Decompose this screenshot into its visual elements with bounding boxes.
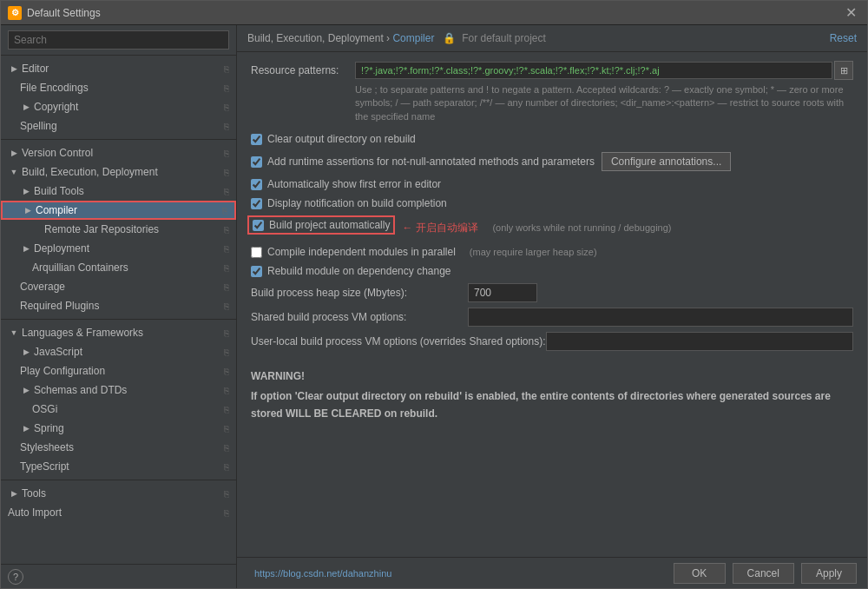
resource-patterns-input[interactable]: [355, 62, 832, 79]
build-automatically-label: Build project automatically: [269, 219, 390, 231]
sidebar-item-build-tools[interactable]: ▶ Build Tools ⎘: [1, 182, 236, 201]
sidebar-item-required-plugins[interactable]: Required Plugins ⎘: [1, 296, 236, 315]
clear-output-checkbox[interactable]: [251, 134, 262, 145]
breadcrumb-build: Build, Execution, Deployment: [247, 32, 384, 44]
ok-button[interactable]: OK: [674, 563, 726, 584]
resource-browse-button[interactable]: ⊞: [834, 61, 853, 80]
add-runtime-row: Add runtime assertions for not-null-anno…: [251, 151, 853, 172]
add-runtime-label: Add runtime assertions for not-null-anno…: [267, 156, 595, 168]
sidebar-item-version-control[interactable]: ▶ Version Control ⎘: [1, 143, 236, 162]
sidebar-item-label: Languages & Frameworks: [22, 327, 143, 339]
copy-icon: ⎘: [224, 508, 229, 518]
copy-icon: ⎘: [224, 225, 229, 235]
sidebar-item-editor[interactable]: ▶ Editor ⎘: [1, 59, 236, 78]
sidebar-item-build-execution-deployment[interactable]: ▼ Build, Execution, Deployment ⎘: [1, 162, 236, 182]
sidebar-item-label: Build Tools: [34, 185, 84, 197]
user-local-vm-label: User-local build process VM options (ove…: [251, 335, 546, 347]
reset-link[interactable]: Reset: [830, 32, 857, 44]
sidebar-item-spring[interactable]: ▶ Spring ⎘: [1, 419, 236, 438]
sidebar-item-label: Spelling: [20, 120, 57, 132]
window-title: Default Settings: [27, 7, 101, 19]
show-first-error-row: Automatically show first error in editor: [251, 177, 853, 191]
arrow-down-icon: ▼: [8, 327, 20, 339]
sidebar-item-label: Copyright: [34, 101, 78, 113]
sidebar-item-play-configuration[interactable]: Play Configuration ⎘: [1, 361, 236, 381]
resource-hint: Use ; to separate patterns and ! to nega…: [355, 83, 853, 123]
build-automatically-checkbox[interactable]: [253, 220, 264, 231]
heap-size-input[interactable]: [468, 283, 537, 302]
user-local-vm-row: User-local build process VM options (ove…: [251, 332, 853, 351]
rebuild-module-label: Rebuild module on dependency change: [267, 265, 451, 277]
sidebar-item-label: Arquillian Containers: [32, 261, 128, 274]
sidebar-tree: ▶ Editor ⎘ File Encodings ⎘ ▶ Copyright …: [1, 56, 236, 564]
shared-vm-label: Shared build process VM options:: [251, 311, 468, 323]
copy-icon: ⎘: [224, 443, 229, 453]
sidebar-item-label: Tools: [22, 487, 46, 500]
arrow-icon: ▶: [20, 101, 32, 113]
sidebar-item-label: Schemas and DTDs: [34, 384, 127, 396]
warning-body: If option 'Clear output directory on reb…: [251, 388, 853, 421]
copy-icon: ⎘: [224, 328, 229, 338]
breadcrumb-compiler: Compiler: [392, 32, 434, 44]
sidebar-item-compiler[interactable]: ▶ Compiler ⎘: [1, 201, 236, 220]
sidebar-item-stylesheets[interactable]: Stylesheets ⎘: [1, 438, 236, 457]
clear-output-label: Clear output directory on rebuild: [267, 133, 416, 145]
add-runtime-checkbox[interactable]: [251, 156, 262, 168]
sidebar-item-label: TypeScript: [20, 460, 69, 473]
sidebar-item-label: Compiler: [36, 204, 77, 216]
rebuild-module-checkbox[interactable]: [251, 266, 262, 277]
arrow-icon: ▶: [8, 147, 20, 159]
copy-icon: ⎘: [224, 64, 229, 74]
sidebar-bottom: ?: [1, 564, 236, 588]
warning-box: WARNING! If option 'Clear output directo…: [251, 368, 853, 422]
sidebar-item-languages-frameworks[interactable]: ▼ Languages & Frameworks ⎘: [1, 323, 236, 342]
sidebar-item-coverage[interactable]: Coverage ⎘: [1, 277, 236, 296]
rebuild-module-row: Rebuild module on dependency change: [251, 264, 853, 278]
arrow-icon: ▶: [20, 384, 32, 396]
copy-icon: ⎘: [224, 405, 229, 414]
help-button[interactable]: ?: [8, 569, 23, 585]
copy-icon: ⎘: [224, 301, 229, 311]
sidebar-item-label: Spring: [34, 422, 64, 434]
main-content: ▶ Editor ⎘ File Encodings ⎘ ▶ Copyright …: [1, 25, 867, 588]
sidebar-item-copyright[interactable]: ▶ Copyright ⎘: [1, 97, 236, 116]
sidebar-item-label: JavaScript: [34, 346, 82, 358]
user-local-vm-input[interactable]: [546, 332, 854, 351]
sidebar-item-schemas-and-dtds[interactable]: ▶ Schemas and DTDs ⎘: [1, 381, 236, 400]
compile-independent-checkbox[interactable]: [251, 247, 262, 258]
sidebar-item-tools[interactable]: ▶ Tools ⎘: [1, 484, 236, 503]
search-bar: [1, 25, 236, 56]
sidebar-item-auto-import[interactable]: Auto Import ⎘: [1, 503, 236, 522]
sidebar-item-deployment[interactable]: ▶ Deployment ⎘: [1, 239, 236, 258]
show-first-error-checkbox[interactable]: [251, 179, 262, 190]
arrow-icon: ▶: [20, 242, 32, 255]
copy-icon: ⎘: [224, 263, 229, 273]
build-automatically-highlighted: Build project automatically: [247, 215, 395, 235]
shared-vm-input[interactable]: [468, 308, 853, 327]
search-input[interactable]: [8, 30, 229, 50]
cancel-button[interactable]: Cancel: [733, 563, 794, 584]
display-notification-checkbox[interactable]: [251, 198, 262, 209]
sidebar-item-label: Build, Execution, Deployment: [22, 166, 158, 178]
copy-icon: ⎘: [224, 149, 229, 158]
auto-build-annotation: 开启自动编译: [402, 221, 478, 235]
copy-icon: ⎘: [224, 462, 229, 472]
breadcrumb-for-label: For default project: [462, 32, 546, 44]
compile-independent-row: Compile independent modules in parallel …: [251, 245, 853, 259]
apply-button[interactable]: Apply: [801, 563, 857, 584]
arrow-icon: ▶: [8, 487, 20, 500]
sidebar-item-javascript[interactable]: ▶ JavaScript ⎘: [1, 342, 236, 361]
close-button[interactable]: ✕: [842, 4, 860, 21]
sidebar-item-remote-jar-repositories[interactable]: Remote Jar Repositories ⎘: [1, 220, 236, 239]
copy-icon: ⎘: [222, 206, 227, 215]
panel-body: Resource patterns: ⊞ Use ; to separate p…: [237, 52, 867, 557]
sidebar-item-arquillian-containers[interactable]: Arquillian Containers ⎘: [1, 258, 236, 277]
sidebar-item-file-encodings[interactable]: File Encodings ⎘: [1, 78, 236, 97]
copy-icon: ⎘: [224, 83, 229, 93]
copy-icon: ⎘: [224, 347, 229, 357]
panel-footer: https://blog.csdn.net/dahanzhinu OK Canc…: [237, 557, 867, 588]
configure-annotations-button[interactable]: Configure annotations...: [602, 152, 731, 171]
sidebar-item-osgi[interactable]: OSGi ⎘: [1, 400, 236, 419]
sidebar-item-spelling[interactable]: Spelling ⎘: [1, 116, 236, 136]
sidebar-item-typescript[interactable]: TypeScript ⎘: [1, 457, 236, 476]
